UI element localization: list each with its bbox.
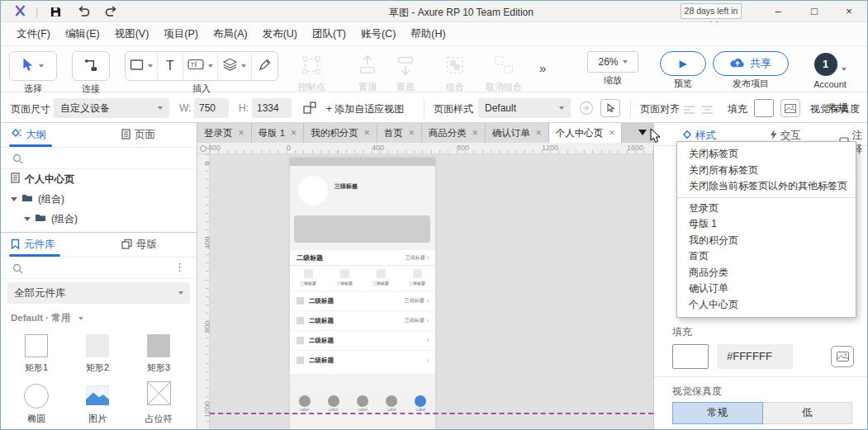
library-search[interactable]: ⋮ bbox=[1, 258, 197, 279]
widget-rectangle1[interactable]: 矩形1 bbox=[6, 326, 67, 377]
tab-pages[interactable]: 页面 bbox=[121, 128, 155, 142]
wireframe-profile-title[interactable]: 三级标题 bbox=[334, 182, 358, 191]
widget-rectangle3[interactable]: 矩形3 bbox=[128, 326, 189, 377]
select-mode-button[interactable] bbox=[600, 99, 620, 117]
doc-tab[interactable]: 登录页× bbox=[197, 123, 252, 143]
menu-team[interactable]: 团队(T) bbox=[305, 24, 353, 45]
fill-color-swatch[interactable] bbox=[672, 344, 709, 369]
tab-list-dropdown-icon[interactable] bbox=[638, 130, 647, 135]
library-section-label[interactable]: Default · 常用 bbox=[1, 307, 197, 326]
insert-pen-button[interactable] bbox=[252, 52, 277, 80]
widget-placeholder[interactable]: 占位符 bbox=[128, 377, 189, 428]
height-input[interactable]: 1334 bbox=[252, 98, 292, 118]
grid-item[interactable]: 三级标题 bbox=[326, 269, 363, 291]
close-tab-icon[interactable]: × bbox=[364, 127, 370, 139]
menu-account[interactable]: 账号(C) bbox=[353, 24, 403, 45]
preview-button[interactable]: ▶ bbox=[660, 51, 706, 76]
tabbar-item[interactable]: Label bbox=[319, 394, 348, 413]
select-tool[interactable]: 选择 bbox=[9, 51, 57, 95]
menu-item-page[interactable]: 商品分类 bbox=[677, 265, 856, 281]
menu-view[interactable]: 视图(V) bbox=[107, 24, 157, 45]
doc-tab[interactable]: 确认订单× bbox=[486, 123, 549, 143]
menu-publish[interactable]: 发布(U) bbox=[255, 24, 305, 45]
redo-icon[interactable] bbox=[105, 6, 118, 21]
maximize-button[interactable]: □ bbox=[805, 3, 823, 20]
caret-down-icon[interactable] bbox=[24, 217, 31, 221]
outline-search[interactable] bbox=[1, 148, 197, 169]
close-tab-icon[interactable]: × bbox=[239, 127, 244, 139]
fidelity-normal-option[interactable]: 常规 bbox=[672, 402, 763, 424]
close-button[interactable]: × bbox=[840, 3, 858, 20]
doc-tab-active[interactable]: 个人中心页× bbox=[549, 123, 623, 143]
menu-item-close-all-tabs[interactable]: 关闭所有标签页 bbox=[677, 163, 856, 179]
grid-item[interactable]: 三级标题 bbox=[290, 269, 326, 291]
account-control[interactable]: 1 Account bbox=[804, 51, 856, 89]
undo-icon[interactable] bbox=[77, 6, 90, 21]
list-item[interactable]: 二级标题› bbox=[290, 330, 435, 350]
minimize-button[interactable]: – bbox=[769, 3, 787, 20]
insert-shapes-button[interactable] bbox=[218, 52, 251, 80]
doc-tab[interactable]: 母版 1× bbox=[252, 123, 305, 143]
wireframe-avatar[interactable] bbox=[298, 176, 328, 206]
fill-image-button[interactable] bbox=[780, 99, 800, 117]
widget-rectangle2[interactable]: 矩形2 bbox=[67, 326, 128, 377]
wireframe-banner[interactable] bbox=[294, 215, 430, 243]
list-item[interactable]: 二级标题三级标题› bbox=[290, 310, 435, 330]
page-style-select[interactable]: Default bbox=[478, 98, 571, 118]
doc-tab[interactable]: 首页× bbox=[377, 123, 422, 143]
add-adaptive-view-button[interactable]: + 添加自适应视图 bbox=[326, 102, 404, 116]
tabbar-item[interactable]: Label bbox=[377, 394, 406, 413]
close-tab-icon[interactable]: × bbox=[472, 127, 478, 139]
fill-hex-value[interactable]: #FFFFFF bbox=[717, 344, 793, 369]
list-item[interactable]: 二级标题› bbox=[290, 350, 435, 370]
zoom-select[interactable]: 26% bbox=[587, 51, 638, 73]
widget-ellipse[interactable]: 椭圆 bbox=[6, 377, 67, 428]
share-button[interactable]: 共享 bbox=[713, 51, 789, 76]
close-tab-icon[interactable]: × bbox=[409, 127, 415, 139]
insert-rectangle-button[interactable] bbox=[126, 52, 158, 80]
menu-arrange[interactable]: 布局(A) bbox=[206, 24, 255, 45]
fidelity-low-option[interactable]: 低 bbox=[763, 402, 853, 424]
menu-file[interactable]: 文件(F) bbox=[9, 24, 58, 45]
tabbar-item[interactable]: Label bbox=[290, 394, 319, 413]
menu-item-page[interactable]: 个人中心页 bbox=[677, 297, 856, 314]
more-tools-button[interactable]: » bbox=[539, 61, 547, 75]
close-tab-icon[interactable]: × bbox=[609, 127, 614, 139]
insert-text-button[interactable]: T bbox=[158, 52, 184, 80]
menu-item-close-other-tabs[interactable]: 关闭除当前标签页以外的其他标签页 bbox=[677, 178, 856, 195]
menu-item-close-tab[interactable]: 关闭标签页 bbox=[677, 146, 856, 163]
menu-item-page[interactable]: 我的积分页 bbox=[677, 233, 856, 249]
menu-item-page[interactable]: 确认订单 bbox=[677, 281, 856, 297]
save-icon[interactable] bbox=[50, 6, 61, 21]
widget-image[interactable]: 图片 bbox=[67, 377, 128, 428]
menu-item-page[interactable]: 登录页 bbox=[677, 201, 856, 217]
list-item[interactable]: 二级标题三级标题› bbox=[290, 291, 435, 310]
wireframe-page[interactable]: 三级标题 二级标题 三级标题 › 三级标题 三级标题 三级标题 三级标题 二级标… bbox=[290, 158, 435, 429]
tree-item-group[interactable]: (组合) bbox=[1, 189, 197, 209]
close-tab-icon[interactable]: × bbox=[536, 127, 542, 139]
grid-item[interactable]: 三级标题 bbox=[363, 269, 399, 291]
adaptive-views-icon[interactable] bbox=[303, 102, 316, 117]
account-avatar[interactable]: 1 bbox=[814, 53, 837, 76]
library-filter-select[interactable]: 全部元件库 bbox=[7, 282, 190, 304]
menu-edit[interactable]: 编辑(E) bbox=[58, 24, 107, 45]
width-input[interactable]: 750 bbox=[194, 98, 229, 118]
tab-masters[interactable]: 母版 bbox=[121, 238, 157, 252]
trial-badge[interactable]: 28 days left in trial bbox=[681, 3, 742, 19]
doc-tab[interactable]: 我的积分页× bbox=[304, 123, 377, 143]
more-options-icon[interactable]: ⋮ bbox=[174, 261, 185, 273]
fidelity-select[interactable]: 常规 bbox=[828, 98, 859, 118]
tree-item-subgroup[interactable]: (组合) bbox=[1, 209, 197, 229]
menu-item-page[interactable]: 母版 1 bbox=[677, 216, 856, 233]
device-select[interactable]: 自定义设备 bbox=[54, 98, 169, 118]
doc-tab[interactable]: 商品分类× bbox=[422, 123, 486, 143]
close-tab-icon[interactable]: × bbox=[291, 127, 296, 139]
wireframe-section-header[interactable]: 二级标题 三级标题 › bbox=[290, 250, 435, 266]
menu-project[interactable]: 项目(P) bbox=[156, 24, 206, 45]
design-canvas[interactable]: 三级标题 二级标题 三级标题 › 三级标题 三级标题 三级标题 三级标题 二级标… bbox=[210, 154, 653, 429]
tab-outline[interactable]: 大纲 bbox=[11, 128, 46, 142]
menu-item-page[interactable]: 首页 bbox=[677, 248, 856, 265]
fill-swatch[interactable] bbox=[754, 99, 774, 117]
tree-item-page[interactable]: 个人中心页 bbox=[1, 169, 197, 189]
tabbar-item[interactable]: Label bbox=[348, 394, 377, 413]
